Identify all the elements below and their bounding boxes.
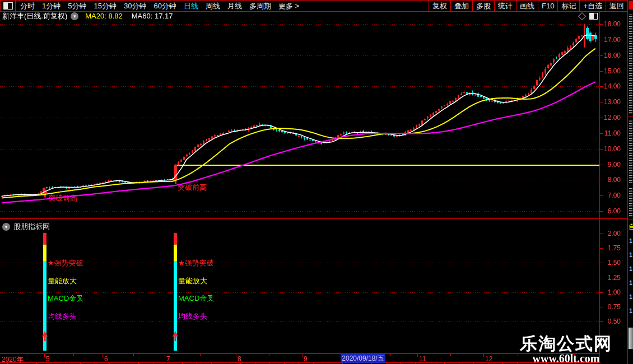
y-axis-label: 18.00 bbox=[601, 20, 621, 28]
y-axis-label: 1.75 bbox=[601, 244, 621, 252]
period-tab-more[interactable]: 更多 > bbox=[278, 1, 299, 11]
toolbar-button-overlay[interactable]: 叠加 bbox=[450, 1, 472, 11]
right-edge-red-cell bbox=[629, 1, 633, 10]
period-tab-5min[interactable]: 5分钟 bbox=[68, 1, 86, 11]
period-tab-monthly[interactable]: 月线 bbox=[227, 1, 242, 11]
clipped-digit: 1 bbox=[629, 251, 632, 258]
toolbar-button-add-watchlist[interactable]: +自选 bbox=[579, 1, 606, 11]
month-label: 6 bbox=[104, 355, 108, 363]
xaxis-top-border bbox=[0, 353, 599, 354]
signal-label: ★强势突破 bbox=[178, 258, 214, 268]
y-axis-label: 1.00 bbox=[601, 288, 621, 296]
clipped-text-marks bbox=[629, 13, 632, 114]
ma20-value: MA20: 8.82 bbox=[85, 12, 123, 20]
period-tab-daily[interactable]: 日线 bbox=[184, 1, 198, 11]
toolbar-button-adjust[interactable]: 复权 bbox=[429, 1, 450, 11]
title-bar: 新洋丰(日线.前复权) ▾ MA20: 8.82 MA60: 17.17 bbox=[0, 11, 630, 21]
y-axis-label: 0.75 bbox=[601, 303, 621, 311]
period-tabs: 分时1分钟5分钟15分钟30分钟60分钟日线周线月线多周期更多 > bbox=[16, 1, 429, 11]
window-icon bbox=[3, 2, 13, 10]
y-axis-label: 8.00 bbox=[601, 176, 621, 184]
watermark-url: www.60lt.com bbox=[520, 353, 612, 364]
y-axis-label: 7.00 bbox=[601, 192, 621, 199]
indicator-header: ▾ 股朋指标网 bbox=[2, 222, 50, 232]
y-axis-label: 16.00 bbox=[601, 52, 621, 59]
clipped-digit: 1 bbox=[629, 265, 632, 272]
period-tab-time-sharing[interactable]: 分时 bbox=[20, 1, 35, 11]
indicator-name: 股朋指标网 bbox=[13, 222, 50, 232]
signal-label: 均线多头 bbox=[48, 311, 77, 321]
toolbar-button-statistics[interactable]: 统计 bbox=[494, 1, 516, 11]
title-icons bbox=[579, 13, 598, 20]
y-axis-label: 15.00 bbox=[601, 67, 621, 75]
ma60-value: MA60: 17.17 bbox=[132, 12, 173, 20]
panel-toggle-icon[interactable] bbox=[589, 13, 598, 20]
period-tab-60min[interactable]: 60分钟 bbox=[153, 1, 176, 11]
signal-label: 量能放大 bbox=[178, 276, 207, 286]
period-tab-1min[interactable]: 1分钟 bbox=[42, 1, 60, 11]
period-tab-15min[interactable]: 15分钟 bbox=[94, 1, 116, 11]
diamond-icon[interactable] bbox=[578, 12, 586, 20]
y-axis-label: 17.00 bbox=[601, 36, 621, 44]
chevron-down-icon[interactable]: ▾ bbox=[71, 12, 78, 20]
toolbar-button-multi-stock[interactable]: 多股 bbox=[472, 1, 494, 11]
month-label: 7 bbox=[166, 355, 170, 363]
strip-divider bbox=[628, 116, 633, 116]
clipped-digit: 1 bbox=[629, 279, 632, 286]
signal-label: ★强势突破 bbox=[48, 258, 83, 268]
month-label: 11 bbox=[419, 355, 426, 363]
strip-divider bbox=[628, 220, 633, 220]
y-axis-label: 0.50 bbox=[601, 318, 621, 325]
y-axis-label: 1.25 bbox=[601, 274, 621, 282]
y-axis-label: 12.00 bbox=[601, 114, 621, 122]
toolbar-button-f10[interactable]: F10 bbox=[538, 1, 557, 11]
scrollbar-thumb[interactable] bbox=[629, 328, 633, 349]
chart-canvas[interactable] bbox=[0, 0, 633, 364]
app-screen: 分时1分钟5分钟15分钟30分钟60分钟日线周线月线多周期更多 > 复权叠加多股… bbox=[0, 0, 633, 364]
clipped-text-marks bbox=[629, 188, 632, 217]
clipped-digit: 1 bbox=[629, 293, 632, 300]
signal-label: MACD金叉 bbox=[178, 293, 214, 304]
clipped-digit: 1 bbox=[629, 237, 632, 244]
y-axis-label: 13.00 bbox=[601, 98, 621, 106]
toolbar-button-mark[interactable]: 标记 bbox=[557, 1, 579, 11]
panel-divider bbox=[0, 218, 627, 219]
clipped-glyph: 自 bbox=[629, 222, 633, 230]
clipped-text-marks bbox=[629, 119, 632, 183]
y-axis-label: 9.00 bbox=[601, 161, 621, 169]
y-axis-label: 2.00 bbox=[601, 230, 621, 237]
toolbar-button-back[interactable]: 返回 bbox=[606, 1, 627, 11]
strip-divider bbox=[628, 185, 633, 185]
y-axis-label: 14.00 bbox=[601, 82, 621, 90]
period-tab-weekly[interactable]: 周线 bbox=[206, 1, 220, 11]
signal-label: MACD金叉 bbox=[48, 293, 83, 304]
y-axis-label: 1.50 bbox=[601, 259, 621, 267]
yaxis-line bbox=[599, 11, 600, 363]
menu-bar: 分时1分钟5分钟15分钟30分钟60分钟日线周线月线多周期更多 > 复权叠加多股… bbox=[0, 0, 627, 12]
clipped-digit: 1 bbox=[629, 307, 632, 314]
y-axis-label: 6.00 bbox=[601, 207, 621, 215]
month-label: 5 bbox=[46, 355, 50, 363]
year-label: 2020年 bbox=[2, 355, 24, 364]
y-axis-label: 11.00 bbox=[601, 129, 621, 137]
signal-label: 均线多头 bbox=[178, 311, 207, 321]
instrument-title: 新洋丰(日线.前复权) bbox=[2, 11, 67, 21]
month-label: 8 bbox=[238, 355, 241, 363]
signal-label: 量能放大 bbox=[48, 276, 77, 286]
y-axis-label: 10.00 bbox=[601, 145, 621, 153]
window-button[interactable] bbox=[1, 1, 16, 11]
xaxis-bottom-border bbox=[0, 362, 599, 363]
period-tab-30min[interactable]: 30分钟 bbox=[124, 1, 146, 11]
toolbar-buttons: 复权叠加多股统计画线F10标记+自选返回 bbox=[429, 1, 627, 11]
watermark-site-name: 乐淘公式网 bbox=[520, 335, 612, 353]
chevron-down-icon[interactable]: ▾ bbox=[2, 223, 10, 231]
month-label: 12 bbox=[485, 355, 492, 363]
period-tab-multi-period[interactable]: 多周期 bbox=[249, 1, 271, 11]
right-edge-panel: 自 111111 bbox=[627, 0, 633, 364]
month-label: 9 bbox=[304, 355, 308, 363]
toolbar-button-draw-line[interactable]: 画线 bbox=[516, 1, 538, 11]
watermark: 乐淘公式网 www.60lt.com bbox=[520, 335, 612, 364]
selected-date-box: 2020/09/18/五 bbox=[341, 354, 385, 363]
